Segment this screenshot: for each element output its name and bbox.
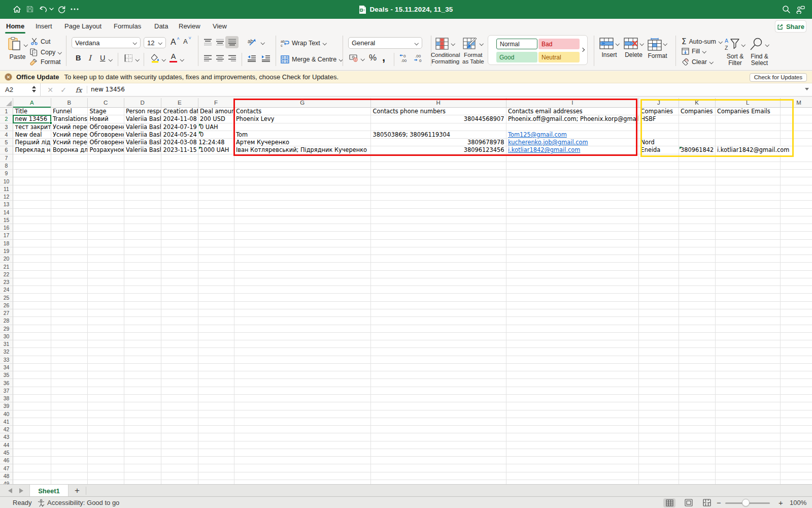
cell-C1[interactable]: Stage bbox=[88, 108, 124, 115]
font-name-select[interactable]: Verdana bbox=[72, 37, 141, 48]
cell-E4[interactable]: 2024-05-24 bbox=[162, 131, 198, 139]
cell-A3[interactable]: тест закриття bbox=[14, 123, 51, 131]
cell-B4[interactable]: Усний переклад bbox=[51, 131, 87, 139]
autosum-button[interactable]: Σ Auto-sum bbox=[682, 37, 723, 46]
row-header-21[interactable]: 21 bbox=[0, 263, 13, 270]
cell-D4[interactable]: Valeriia Bash bbox=[124, 131, 161, 139]
row-header-25[interactable]: 25 bbox=[0, 294, 13, 301]
cell-F4[interactable]: 0 bbox=[198, 131, 234, 139]
align-top-button[interactable] bbox=[204, 39, 212, 46]
formula-bar-expand-icon[interactable] bbox=[805, 88, 809, 90]
row-header-2[interactable]: 2 bbox=[0, 115, 13, 123]
increase-decimal-button[interactable]: 0.00 bbox=[399, 53, 410, 62]
row-header-45[interactable]: 45 bbox=[0, 449, 13, 457]
font-color-button[interactable]: A bbox=[170, 53, 177, 62]
row-header-38[interactable]: 38 bbox=[0, 395, 13, 402]
copy-button[interactable]: Copy bbox=[29, 48, 62, 56]
formula-input[interactable]: new 13456 bbox=[91, 86, 125, 93]
align-bottom-button[interactable] bbox=[225, 36, 239, 48]
cell-A1[interactable]: Title bbox=[14, 108, 51, 115]
row-header-42[interactable]: 42 bbox=[0, 426, 13, 433]
tab-view[interactable]: View bbox=[213, 19, 227, 34]
font-color-chevron-icon[interactable] bbox=[180, 57, 184, 61]
cell-D5[interactable]: Valeriia Bash bbox=[124, 139, 161, 146]
row-header-33[interactable]: 33 bbox=[0, 356, 13, 364]
accounting-chevron-icon[interactable] bbox=[361, 57, 365, 61]
formula-cancel-button[interactable]: ✕ bbox=[45, 83, 56, 96]
cell-F2[interactable]: 200 USD bbox=[198, 115, 234, 123]
row-header-37[interactable]: 37 bbox=[0, 387, 13, 395]
row-header-27[interactable]: 27 bbox=[0, 309, 13, 317]
row-header-40[interactable]: 40 bbox=[0, 410, 13, 418]
sheet-tab-sheet1[interactable]: Sheet1 bbox=[29, 485, 69, 497]
orientation-button[interactable]: ab bbox=[247, 37, 257, 47]
row-header-22[interactable]: 22 bbox=[0, 271, 13, 278]
row-header-17[interactable]: 17 bbox=[0, 232, 13, 239]
cell-C5[interactable]: Обговорення bbox=[88, 139, 124, 146]
row-header-3[interactable]: 3 bbox=[0, 123, 13, 131]
check-for-updates-button[interactable]: Check for Updates bbox=[750, 73, 807, 82]
row-header-44[interactable]: 44 bbox=[0, 441, 13, 449]
cell-B5[interactable]: Усний переклад bbox=[51, 139, 87, 146]
row-header-13[interactable]: 13 bbox=[0, 201, 13, 208]
stepper-up-icon[interactable] bbox=[32, 86, 36, 88]
zoom-slider-thumb[interactable] bbox=[742, 499, 750, 506]
column-header-A[interactable]: A bbox=[13, 98, 51, 108]
row-header-39[interactable]: 39 bbox=[0, 402, 13, 410]
insert-function-button[interactable]: fx bbox=[73, 83, 85, 96]
row-header-46[interactable]: 46 bbox=[0, 457, 13, 464]
decrease-decimal-button[interactable]: .000 bbox=[413, 53, 424, 62]
wrap-text-button[interactable]: abc Wrap Text bbox=[281, 39, 327, 47]
cell-D6[interactable]: Valeriia Bash bbox=[124, 146, 161, 154]
row-header-49[interactable]: 49 bbox=[0, 480, 13, 484]
merge-centre-button[interactable]: Merge & Centre bbox=[281, 55, 343, 64]
search-icon[interactable] bbox=[782, 5, 791, 14]
name-box[interactable]: A2 bbox=[0, 83, 41, 96]
bold-button[interactable]: B bbox=[76, 54, 81, 62]
row-header-26[interactable]: 26 bbox=[0, 302, 13, 309]
cell-D1[interactable]: Person responsible bbox=[124, 108, 161, 115]
tab-data[interactable]: Data bbox=[154, 19, 168, 34]
orientation-chevron-icon[interactable] bbox=[261, 41, 265, 45]
row-header-43[interactable]: 43 bbox=[0, 433, 13, 441]
decrease-indent-button[interactable] bbox=[247, 55, 256, 62]
comma-style-button[interactable]: , bbox=[382, 51, 385, 64]
row-header-36[interactable]: 36 bbox=[0, 379, 13, 387]
row-header-30[interactable]: 30 bbox=[0, 333, 13, 340]
format-cells-button[interactable]: Format bbox=[648, 38, 667, 59]
fill-color-button[interactable] bbox=[150, 53, 160, 63]
style-good[interactable]: Good bbox=[496, 52, 537, 62]
row-header-14[interactable]: 14 bbox=[0, 209, 13, 216]
cell-F1[interactable]: Deal amount bbox=[198, 108, 234, 115]
number-format-select[interactable]: General bbox=[348, 37, 422, 49]
column-header-E[interactable]: E bbox=[161, 98, 198, 108]
style-bad[interactable]: Bad bbox=[538, 39, 580, 49]
find-select-button[interactable]: Find &Select bbox=[750, 38, 769, 66]
borders-chevron-icon[interactable] bbox=[136, 57, 140, 61]
underline-chevron-icon[interactable] bbox=[109, 57, 113, 61]
page-break-view-button[interactable] bbox=[701, 498, 713, 507]
page-layout-view-button[interactable] bbox=[683, 498, 695, 507]
tab-formulas[interactable]: Formulas bbox=[114, 19, 141, 34]
tab-review[interactable]: Review bbox=[179, 19, 200, 34]
font-size-select[interactable]: 12 bbox=[144, 37, 166, 48]
align-center-button[interactable] bbox=[216, 55, 224, 62]
tab-insert[interactable]: Insert bbox=[36, 19, 52, 34]
increase-font-button[interactable]: A˄ bbox=[171, 38, 176, 47]
zoom-out-button[interactable]: − bbox=[717, 498, 721, 507]
tab-home[interactable]: Home bbox=[6, 19, 24, 34]
delete-cells-button[interactable]: Delete bbox=[623, 38, 644, 58]
cell-C4[interactable]: Обговорення bbox=[88, 131, 124, 139]
column-header-B[interactable]: B bbox=[51, 98, 88, 108]
name-box-stepper[interactable] bbox=[32, 86, 36, 92]
cell-B2[interactable]: Translations bbox=[51, 115, 87, 123]
cell-E3[interactable]: 2024-07-19 bbox=[162, 123, 198, 131]
cell-F3[interactable]: 0 UAH bbox=[198, 123, 234, 131]
sheet-nav-right-icon[interactable] bbox=[19, 488, 23, 493]
insert-cells-button[interactable]: Insert bbox=[599, 38, 620, 58]
cell-C2[interactable]: Новий bbox=[88, 115, 124, 123]
fill-color-chevron-icon[interactable] bbox=[162, 57, 166, 61]
row-header-31[interactable]: 31 bbox=[0, 340, 13, 348]
contact-feedback-icon[interactable] bbox=[796, 5, 805, 14]
row-header-7[interactable]: 7 bbox=[0, 154, 13, 162]
